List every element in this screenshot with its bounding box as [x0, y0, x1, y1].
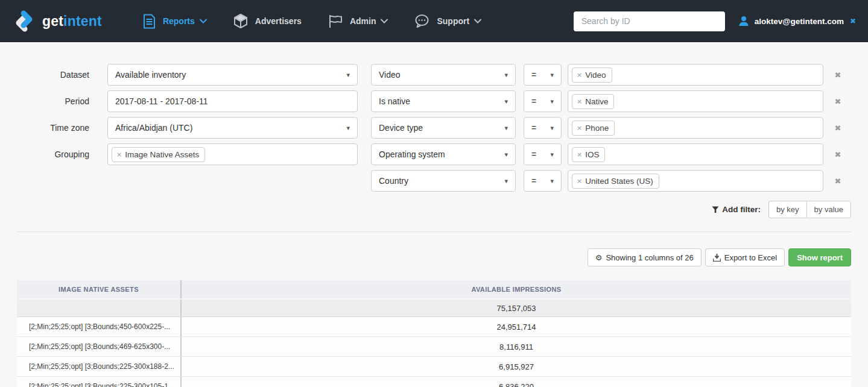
nav-label: Support	[437, 16, 469, 26]
filter-values-input[interactable]: ×IOS	[568, 143, 823, 165]
timezone-select[interactable]: Africa/Abidjan (UTC) ▾	[107, 117, 358, 139]
section-divider	[17, 231, 851, 232]
dataset-label: Dataset	[17, 70, 89, 80]
chevron-down-icon	[381, 19, 388, 24]
filter-row-1: Dataset Available inventory ▾ Video ▾ = …	[17, 64, 851, 86]
chevron-down-icon: ▾	[346, 71, 350, 79]
filter-operator-select[interactable]: = ▾	[524, 143, 562, 165]
user-avatar-icon	[738, 16, 749, 27]
filter-key-select[interactable]: Operating system ▾	[371, 143, 516, 165]
remove-tag-icon[interactable]: ×	[116, 151, 122, 159]
chevron-down-icon: ▾	[550, 98, 554, 105]
period-field[interactable]	[107, 90, 358, 112]
timezone-label: Time zone	[17, 123, 89, 133]
asset-name-cell: [2;Min;25;25;opt] [3;Bounds;450-600x225-…	[17, 317, 182, 336]
user-email[interactable]: aloktev@getintent.com	[755, 17, 844, 26]
nav-item-admin[interactable]: Admin	[328, 14, 388, 28]
filter-form: Dataset Available inventory ▾ Video ▾ = …	[17, 42, 851, 218]
column-header-image-native-assets[interactable]: IMAGE NATIVE ASSETS	[17, 280, 182, 298]
remove-tag-icon[interactable]: ×	[577, 98, 582, 105]
gear-icon: ⚙	[595, 253, 603, 262]
filter-values-input[interactable]: ×Phone	[568, 117, 823, 139]
filter-values-input[interactable]: ×Video	[568, 64, 823, 86]
download-icon	[713, 254, 721, 262]
filter-row-4: Grouping ×Image Native Assets Operating …	[17, 143, 851, 165]
chevron-down-icon: ▾	[504, 151, 508, 159]
column-header-available-impressions[interactable]: AVAILABLE IMPRESSIONS	[182, 280, 851, 298]
filter-key-value: Is native	[379, 96, 410, 106]
filter-key-value: Country	[379, 176, 408, 186]
dataset-select[interactable]: Available inventory ▾	[107, 64, 358, 86]
timezone-value: Africa/Abidjan (UTC)	[115, 123, 192, 133]
show-report-button[interactable]: Show report	[788, 248, 851, 266]
add-filter-by-key-button[interactable]: by key	[768, 201, 806, 218]
table-row[interactable]: [2;Min;25;25;opt] [3;Bounds;225-300x188-…	[17, 357, 851, 377]
remove-tag-icon[interactable]: ×	[577, 177, 582, 185]
remove-tag-icon[interactable]: ×	[577, 71, 582, 79]
columns-settings-button[interactable]: ⚙ Showing 1 columns of 26	[588, 248, 702, 266]
filter-key-select[interactable]: Country ▾	[371, 170, 516, 192]
remove-filter-button[interactable]: ✖	[832, 71, 844, 80]
reports-document-icon	[143, 14, 156, 29]
brand-logo[interactable]: getintent	[12, 9, 102, 33]
chevron-down-icon: ▾	[550, 71, 554, 79]
filter-operator-select[interactable]: = ▾	[524, 117, 562, 139]
filter-value-tag: ×Phone	[572, 121, 615, 136]
total-value-cell: 75,157,053	[182, 300, 851, 316]
nav-item-advertisers[interactable]: Advertisers	[233, 13, 302, 29]
period-input[interactable]	[115, 96, 350, 106]
chevron-down-icon: ▾	[504, 98, 508, 105]
admin-flag-icon	[328, 14, 343, 28]
remove-filter-button[interactable]: ✖	[832, 177, 844, 186]
remove-tag-icon[interactable]: ×	[577, 151, 582, 159]
grouping-input[interactable]: ×Image Native Assets	[107, 143, 358, 165]
filter-key-value: Device type	[379, 123, 423, 133]
add-filter-label: Add filter:	[712, 205, 761, 214]
table-row[interactable]: [2;Min;25;25;opt] [3;Bounds;469-625x300-…	[17, 337, 851, 357]
nav-label: Advertisers	[255, 16, 302, 26]
remove-tag-icon[interactable]: ×	[577, 124, 582, 132]
remove-filter-button[interactable]: ✖	[832, 97, 844, 106]
filter-operator-select[interactable]: = ▾	[524, 90, 562, 112]
filter-operator-value: =	[531, 96, 536, 106]
columns-settings-label: Showing 1 columns of 26	[606, 253, 693, 262]
logout-icon[interactable]: ✖	[850, 17, 856, 25]
chevron-down-icon	[200, 19, 207, 24]
impressions-cell: 8,116,911	[182, 337, 851, 356]
filter-value-tag: ×United States (US)	[572, 174, 659, 189]
table-row[interactable]: [2;Min;25;25;opt] [3;Bounds;225-300x105-…	[17, 377, 851, 387]
chevron-down-icon: ▾	[504, 177, 508, 185]
remove-filter-button[interactable]: ✖	[832, 150, 844, 159]
nav-label: Admin	[350, 16, 376, 26]
add-filter-by-value-button[interactable]: by value	[806, 201, 851, 218]
filter-value-tag: ×Video	[572, 68, 612, 83]
asset-name-cell: [2;Min;25;25;opt] [3;Bounds;225-300x188-…	[17, 357, 182, 376]
filter-key-select[interactable]: Is native ▾	[371, 90, 516, 112]
filter-operator-value: =	[531, 70, 536, 80]
filter-values-input[interactable]: ×United States (US)	[568, 170, 823, 192]
grouping-label: Grouping	[17, 149, 89, 159]
table-total-row: 75,157,053	[17, 298, 851, 317]
filter-key-select[interactable]: Video ▾	[371, 64, 516, 86]
table-row[interactable]: [2;Min;25;25;opt] [3;Bounds;450-600x225-…	[17, 317, 851, 337]
filter-value-tag: ×Native	[572, 94, 614, 109]
asset-name-cell: [2;Min;25;25;opt] [3;Bounds;225-300x105-…	[17, 377, 182, 387]
filter-operator-select[interactable]: = ▾	[524, 170, 562, 192]
filter-values-input[interactable]: ×Native	[568, 90, 823, 112]
empty-field	[107, 170, 358, 192]
filter-key-select[interactable]: Device type ▾	[371, 117, 516, 139]
main-nav: Reports Advertisers Admin	[143, 13, 508, 29]
nav-item-reports[interactable]: Reports	[143, 14, 207, 29]
export-to-excel-label: Export to Excel	[724, 253, 777, 262]
chevron-down-icon	[474, 19, 481, 24]
remove-filter-button[interactable]: ✖	[832, 124, 844, 133]
report-table: IMAGE NATIVE ASSETS AVAILABLE IMPRESSION…	[17, 280, 851, 387]
getintent-logo-icon	[12, 9, 36, 33]
filter-operator-select[interactable]: = ▾	[524, 64, 562, 86]
nav-item-support[interactable]: Support	[414, 14, 481, 28]
funnel-icon	[712, 206, 719, 213]
export-to-excel-button[interactable]: Export to Excel	[705, 248, 785, 266]
period-label: Period	[17, 96, 89, 106]
search-input[interactable]	[574, 11, 725, 31]
filter-operator-value: =	[531, 123, 536, 133]
